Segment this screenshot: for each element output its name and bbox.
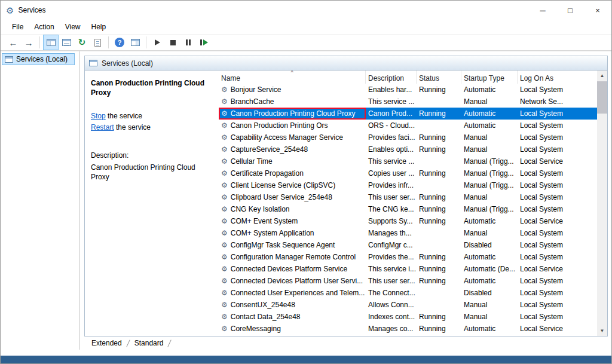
service-row[interactable]: Bonjour Service Enables har... Running A… (219, 84, 597, 96)
titlebar[interactable]: Services ─ □ × (1, 1, 611, 20)
services-view: Services (Local) Canon Production Printi… (84, 56, 608, 337)
service-name-cell: ConsentUX_254e48 (219, 299, 366, 311)
restart-service-link[interactable]: Restart (91, 123, 114, 131)
close-button[interactable]: × (584, 1, 611, 20)
service-row[interactable]: Clipboard User Service_254e48 This user … (219, 191, 597, 203)
forward-button[interactable]: → (22, 35, 36, 50)
refresh-button[interactable]: ↻ (75, 35, 89, 50)
service-gear-icon (221, 133, 228, 142)
description-label: Description: (91, 151, 213, 161)
help-button[interactable]: ? (112, 35, 127, 50)
restart-service-button[interactable] (197, 35, 211, 50)
service-row[interactable]: Connected Devices Platform User Servi...… (219, 275, 597, 287)
extended-info-panel: Canon Production Printing Cloud Proxy St… (85, 71, 219, 336)
service-logon-as: Local System (518, 181, 597, 189)
menu-item[interactable]: View (60, 20, 86, 33)
scrollbar-thumb[interactable] (597, 81, 607, 114)
service-startup-type: Automatic (De... (461, 265, 518, 273)
service-name: Connected Devices Platform Service (231, 265, 347, 273)
service-row[interactable]: Canon Production Printing Cloud Proxy Ca… (219, 108, 597, 120)
scroll-down-button[interactable]: ▼ (597, 326, 607, 336)
column-header[interactable]: Status (417, 71, 461, 84)
service-name-cell: CNG Key Isolation (219, 203, 366, 215)
service-row[interactable]: Capability Access Manager Service Provid… (219, 131, 597, 143)
column-header[interactable]: Log On As (518, 71, 597, 84)
service-row[interactable]: Configuration Manager Remote Control Pro… (219, 251, 597, 263)
service-description: Supports Sy... (366, 217, 417, 225)
toolbar-separator (146, 36, 146, 48)
stop-service-button[interactable] (166, 35, 180, 50)
scrollbar-track[interactable] (597, 81, 607, 326)
service-gear-icon (221, 229, 228, 237)
service-logon-as: Local System (518, 193, 597, 201)
service-row[interactable]: Connected Devices Platform Service This … (219, 263, 597, 275)
start-service-button[interactable] (150, 35, 164, 50)
service-gear-icon (221, 325, 228, 333)
service-row[interactable]: COM+ Event System Supports Sy... Running… (219, 215, 597, 227)
service-name: Cellular Time (231, 157, 273, 166)
service-name-cell: Certificate Propagation (219, 167, 366, 179)
service-row[interactable]: Client License Service (ClipSVC) Provide… (219, 179, 597, 191)
service-logon-as: Local System (518, 241, 597, 249)
service-name-cell: CoreMessaging (219, 323, 366, 335)
minimize-button[interactable]: ─ (529, 1, 556, 20)
services-node-icon (89, 60, 97, 66)
service-row[interactable]: Certificate Propagation Copies user ... … (219, 167, 597, 179)
menu-item[interactable]: File (7, 20, 29, 33)
pause-service-button[interactable] (181, 35, 195, 50)
service-gear-icon (221, 205, 228, 213)
service-row[interactable]: ConfigMgr Task Sequence Agent ConfigMgr … (219, 239, 597, 251)
sort-indicator: ^ (290, 71, 293, 75)
back-button[interactable]: ← (6, 35, 20, 50)
services-list: ^ Name Description (219, 71, 597, 336)
service-gear-icon (221, 277, 228, 285)
service-status: Running (417, 145, 461, 154)
column-header[interactable]: Startup Type (461, 71, 518, 84)
service-row[interactable]: CNG Key Isolation The CNG ke... Running … (219, 203, 597, 215)
service-row[interactable]: Connected User Experiences and Telem... … (219, 287, 597, 299)
service-name: Capability Access Manager Service (231, 133, 343, 142)
service-description: This service ... (366, 97, 417, 106)
service-row[interactable]: Canon Production Printing Ors ORS - Clou… (219, 120, 597, 131)
service-startup-type: Manual (461, 133, 518, 142)
service-logon-as: Local System (518, 109, 597, 118)
menu-item[interactable]: Help (86, 20, 112, 33)
view-tab[interactable]: Extended (85, 338, 128, 348)
vertical-scrollbar[interactable]: ▲ ▼ (597, 71, 607, 336)
column-header[interactable]: Description (366, 71, 417, 84)
action-pane-button[interactable] (128, 35, 142, 50)
service-row[interactable]: COM+ System Application Manages th... Ma… (219, 227, 597, 239)
service-row[interactable]: CaptureService_254e48 Enables opti... Ru… (219, 143, 597, 155)
show-console-tree-button[interactable] (44, 35, 58, 50)
service-row[interactable]: ConsentUX_254e48 Allows Conn... Manual L… (219, 299, 597, 311)
service-startup-type: Manual (461, 193, 518, 201)
service-startup-type: Automatic (461, 325, 518, 333)
maximize-button[interactable]: □ (556, 1, 584, 20)
column-header[interactable]: ^ Name (219, 71, 366, 84)
properties-button[interactable] (59, 35, 74, 50)
service-row[interactable]: BranchCache This service ... Manual Netw… (219, 96, 597, 108)
list-header: ^ Name Description (219, 71, 597, 84)
service-row[interactable]: CoreMessaging Manages co... Running Auto… (219, 323, 597, 335)
service-description: Enables har... (366, 85, 417, 94)
scroll-up-button[interactable]: ▲ (597, 71, 607, 81)
taskbar-strip[interactable] (1, 356, 611, 363)
menu-item[interactable]: Action (29, 20, 59, 33)
service-name-cell: Canon Production Printing Cloud Proxy (219, 108, 366, 120)
stop-service-link[interactable]: Stop (91, 112, 106, 120)
tree-item-services-local[interactable]: Services (Local) (2, 53, 75, 65)
service-name-cell: Bonjour Service (219, 84, 366, 96)
service-status: Running (417, 133, 461, 142)
service-description: ConfigMgr c... (366, 241, 417, 249)
service-startup-type: Manual (461, 313, 518, 321)
export-list-button[interactable] (90, 35, 105, 50)
view-tab[interactable]: Standard (128, 338, 170, 348)
restart-icon (200, 39, 208, 45)
service-logon-as: Local Service (518, 157, 597, 166)
view-header-title: Services (Local) (102, 59, 153, 68)
service-startup-type: Manual (Trigg... (461, 169, 518, 178)
service-name: Canon Production Printing Ors (231, 121, 328, 130)
services-app-icon (6, 6, 14, 15)
service-row[interactable]: Contact Data_254e48 Indexes cont... Runn… (219, 311, 597, 323)
service-row[interactable]: Cellular Time This service ... Manual (T… (219, 155, 597, 167)
